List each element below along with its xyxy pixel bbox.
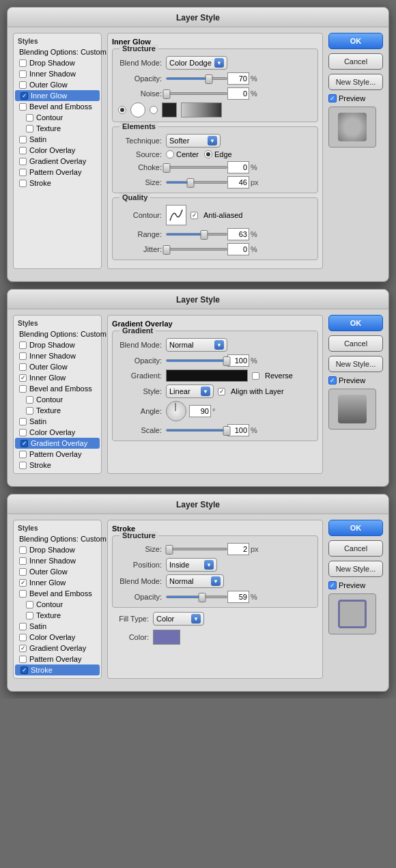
cb-drop-shadow-3[interactable] (19, 546, 27, 554)
preview-checkbox-3[interactable]: Preview (328, 581, 383, 589)
choke-slider-1[interactable] (166, 166, 227, 169)
sidebar-item-contour-1[interactable]: Contour (14, 112, 101, 123)
jitter-slider-1[interactable] (166, 248, 227, 251)
angle-dial-2[interactable] (166, 401, 186, 421)
jitter-input-1[interactable] (227, 243, 249, 255)
choke-thumb-1[interactable] (163, 163, 171, 173)
cb-gradient-overlay-3[interactable] (19, 645, 27, 652)
blend-mode-dropdown-1[interactable]: Color Dodge ▼ (166, 56, 227, 70)
color-swatch-3[interactable] (153, 630, 180, 645)
sidebar-item-inner-glow-2[interactable]: Inner Glow (14, 372, 101, 383)
preview-check-3[interactable] (328, 581, 337, 589)
cb-texture-2[interactable] (26, 407, 33, 415)
opacity-input-3[interactable] (227, 591, 249, 603)
anti-alias-box-1[interactable] (190, 212, 198, 219)
range-input-1[interactable] (227, 228, 249, 240)
size-thumb-1[interactable] (187, 178, 195, 188)
cb-texture-3[interactable] (26, 612, 33, 619)
cb-texture-1[interactable] (26, 125, 33, 132)
sidebar-item-pattern-overlay-3[interactable]: Pattern Overlay (14, 654, 101, 664)
align-layer-cb-2[interactable]: Align with Layer (218, 387, 284, 395)
radio-solid-1[interactable] (118, 106, 126, 114)
sidebar-item-bevel-2[interactable]: Bevel and Emboss (14, 383, 101, 394)
angle-input-2[interactable] (189, 405, 211, 417)
new-style-button-1[interactable]: New Style... (328, 74, 383, 90)
scale-slider-2[interactable] (166, 429, 227, 432)
size-input-3[interactable] (227, 543, 249, 555)
cb-color-overlay-2[interactable] (19, 429, 27, 436)
new-style-button-2[interactable]: New Style... (328, 356, 383, 372)
cancel-button-1[interactable]: Cancel (328, 53, 383, 70)
radio-gradient-1[interactable] (150, 106, 158, 114)
ok-button-2[interactable]: OK (328, 315, 383, 331)
sidebar-item-outer-glow-3[interactable]: Outer Glow (14, 566, 101, 577)
cb-inner-glow-3[interactable] (19, 579, 27, 587)
cb-color-overlay-3[interactable] (19, 634, 27, 641)
cb-outer-glow-1[interactable] (19, 81, 27, 89)
sidebar-item-texture-1[interactable]: Texture (14, 123, 101, 134)
opacity-slider-2[interactable] (166, 359, 227, 362)
cb-contour-3[interactable] (26, 601, 33, 608)
scale-thumb-2[interactable] (223, 426, 231, 436)
sidebar-item-gradient-overlay-2[interactable]: Gradient Overlay (15, 438, 100, 449)
size-slider-1[interactable] (166, 181, 227, 184)
noise-thumb-1[interactable] (163, 89, 171, 99)
sidebar-item-satin-3[interactable]: Satin (14, 621, 101, 632)
cb-satin-2[interactable] (19, 418, 27, 425)
radio-center-1[interactable] (166, 150, 174, 158)
range-slider-1[interactable] (166, 233, 227, 236)
sidebar-item-outer-glow-2[interactable]: Outer Glow (14, 361, 101, 372)
fill-type-dropdown-3[interactable]: Color ▼ (153, 612, 204, 626)
sidebar-item-pattern-overlay-1[interactable]: Pattern Overlay (14, 167, 101, 178)
preview-checkbox-1[interactable]: Preview (328, 94, 383, 102)
style-dropdown-2[interactable]: Linear ▼ (166, 384, 214, 398)
sidebar-item-contour-3[interactable]: Contour (14, 599, 101, 610)
sidebar-item-drop-shadow-3[interactable]: Drop Shadow (14, 544, 101, 555)
preview-check-2[interactable] (328, 376, 337, 384)
sidebar-item-outer-glow-1[interactable]: Outer Glow (14, 79, 101, 90)
cb-gradient-overlay-2[interactable] (20, 440, 28, 447)
opacity-input-2[interactable] (227, 354, 249, 367)
position-dropdown-3[interactable]: Inside ▼ (166, 558, 217, 572)
technique-dropdown-1[interactable]: Softer ▼ (166, 134, 221, 148)
sidebar-item-pattern-overlay-2[interactable]: Pattern Overlay (14, 449, 101, 460)
sidebar-blending-3[interactable]: Blending Options: Custom (14, 533, 101, 544)
cb-contour-2[interactable] (26, 396, 33, 404)
opacity-slider-3[interactable] (166, 596, 227, 598)
cb-contour-1[interactable] (26, 114, 33, 122)
choke-input-1[interactable] (227, 161, 249, 173)
cb-drop-shadow-2[interactable] (19, 341, 27, 349)
cb-bevel-1[interactable] (19, 103, 27, 111)
opacity-input-1[interactable] (227, 72, 249, 85)
noise-input-1[interactable] (227, 87, 249, 100)
sidebar-item-inner-glow-3[interactable]: Inner Glow (14, 577, 101, 588)
cb-stroke-1[interactable] (19, 180, 27, 187)
cb-pattern-overlay-2[interactable] (19, 451, 27, 458)
cancel-button-3[interactable]: Cancel (328, 540, 383, 557)
cb-inner-shadow-2[interactable] (19, 352, 27, 360)
cb-bevel-3[interactable] (19, 590, 27, 598)
preview-check-1[interactable] (328, 94, 337, 102)
sidebar-item-inner-glow-1[interactable]: Inner Glow (15, 90, 100, 101)
cb-stroke-3[interactable] (20, 667, 28, 674)
sidebar-item-stroke-3[interactable]: Stroke (15, 664, 100, 675)
sidebar-item-drop-shadow-1[interactable]: Drop Shadow (14, 57, 101, 68)
cb-outer-glow-2[interactable] (19, 363, 27, 371)
cb-drop-shadow-1[interactable] (19, 59, 27, 67)
cb-satin-1[interactable] (19, 136, 27, 143)
blend-mode-dropdown-2[interactable]: Normal ▼ (166, 338, 227, 352)
sidebar-blending-1[interactable]: Blending Options: Custom (14, 46, 101, 57)
source-center-1[interactable]: Center (166, 150, 199, 158)
noise-slider-1[interactable] (166, 92, 227, 95)
size-input-1[interactable] (227, 176, 249, 188)
reverse-box-2[interactable] (252, 372, 259, 380)
sidebar-item-texture-3[interactable]: Texture (14, 610, 101, 621)
cb-bevel-2[interactable] (19, 385, 27, 393)
sidebar-item-drop-shadow-2[interactable]: Drop Shadow (14, 339, 101, 350)
cancel-button-2[interactable]: Cancel (328, 335, 383, 352)
jitter-thumb-1[interactable] (163, 245, 171, 255)
scale-input-2[interactable] (227, 424, 249, 436)
black-square-1[interactable] (162, 102, 177, 117)
sidebar-item-bevel-1[interactable]: Bevel and Emboss (14, 101, 101, 112)
reverse-cb-2[interactable]: Reverse (252, 372, 293, 380)
